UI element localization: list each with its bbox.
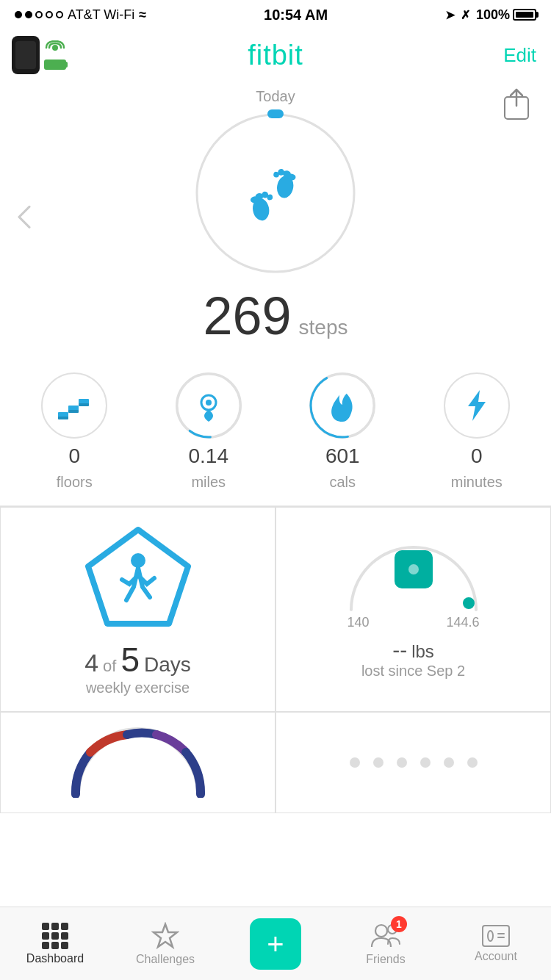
exercise-goal: 5	[120, 640, 140, 680]
progress-indicator	[267, 109, 284, 118]
cals-value: 601	[325, 444, 360, 468]
svg-point-28	[131, 553, 145, 568]
battery-icon	[513, 9, 536, 21]
stat-cals: 601 cals	[309, 372, 375, 491]
weight-box-inner	[395, 550, 433, 588]
account-icon	[482, 925, 510, 947]
weight-gauge	[344, 540, 483, 613]
battery-percent: 100%	[476, 7, 510, 23]
miles-unit: miles	[191, 474, 226, 491]
water-dot	[397, 757, 407, 768]
location-icon: ➤	[445, 8, 455, 22]
stat-miles: 0.14 miles	[176, 372, 242, 491]
stat-minutes: 0 minutes	[444, 372, 510, 491]
water-dot	[467, 757, 478, 768]
steps-unit: steps	[299, 316, 348, 339]
exercise-widget[interactable]: 4 of 5 Days weekly exercise	[0, 507, 276, 712]
weight-max-label: 144.6	[446, 615, 479, 630]
device-info	[12, 36, 66, 74]
stat-floors: 0 floors	[41, 372, 107, 491]
miles-value: 0.14	[189, 444, 229, 468]
challenges-icon	[151, 922, 179, 950]
water-dot	[350, 757, 360, 768]
svg-point-3	[197, 115, 354, 272]
tab-dashboard[interactable]: Dashboard	[0, 923, 110, 965]
miles-arc	[176, 372, 242, 439]
svg-point-20	[177, 374, 240, 437]
water-dot	[420, 757, 431, 768]
tab-add[interactable]: +	[220, 918, 331, 970]
stairs-icon	[58, 392, 90, 419]
dot-4	[46, 11, 53, 18]
tab-challenges-label: Challenges	[136, 953, 195, 966]
cals-circle	[309, 372, 375, 439]
tab-challenges[interactable]: Challenges	[110, 922, 220, 966]
weight-min-label: 140	[347, 615, 370, 630]
minutes-value: 0	[471, 444, 483, 468]
steps-section: Today	[0, 81, 551, 361]
circle-svg	[195, 112, 356, 274]
stats-row: 0 floors 0.14 miles	[0, 361, 551, 506]
steps-count: 269 steps	[203, 286, 347, 346]
floors-circle	[41, 372, 107, 439]
device-screen	[15, 41, 36, 69]
lightning-icon	[462, 389, 491, 422]
cals-unit: cals	[329, 474, 356, 491]
add-button[interactable]: +	[250, 918, 301, 970]
weight-dot	[463, 597, 475, 609]
share-button[interactable]	[504, 88, 529, 123]
cals-arc	[309, 372, 375, 439]
weight-box-dot	[408, 564, 419, 574]
sync-icon	[45, 40, 65, 58]
dashboard-icon	[42, 923, 68, 949]
water-dot	[444, 757, 454, 768]
device-battery	[44, 60, 66, 70]
app-header: fitbit Edit	[0, 29, 551, 81]
svg-rect-18	[68, 410, 79, 413]
weight-box	[395, 550, 433, 588]
sleep-arc-svg	[68, 724, 208, 798]
sleep-widget[interactable]	[0, 712, 276, 813]
weight-widget[interactable]: 140 144.6 -- lbs lost since Sep 2	[276, 507, 551, 712]
exercise-count: 4 of 5 Days	[84, 640, 191, 680]
svg-marker-29	[154, 924, 177, 947]
fitbit-device	[12, 36, 40, 74]
exercise-of: of	[103, 657, 116, 676]
edit-button[interactable]: Edit	[503, 44, 536, 67]
dot-5	[56, 11, 63, 18]
battery-block: 100%	[476, 7, 536, 23]
floors-value: 0	[68, 444, 80, 468]
sleep-arc-container	[68, 724, 208, 798]
bluetooth-icon: ✗	[461, 8, 470, 22]
exercise-current: 4	[84, 649, 98, 677]
prev-day-arrow[interactable]	[18, 205, 31, 231]
status-right: ➤ ✗ 100%	[445, 7, 536, 23]
water-widget[interactable]	[276, 712, 551, 813]
tab-account-label: Account	[475, 950, 517, 963]
weight-range-labels: 140 144.6	[347, 615, 480, 630]
tab-friends-label: Friends	[366, 953, 405, 966]
add-icon: +	[267, 929, 284, 959]
account-lines	[497, 933, 505, 938]
weight-unit: lbs	[411, 641, 434, 662]
water-dots	[335, 743, 492, 782]
carrier-label: AT&T Wi-Fi	[68, 7, 134, 23]
status-left: AT&T Wi-Fi ≈	[15, 7, 146, 23]
steps-number: 269	[203, 286, 291, 346]
date-label: Today	[256, 88, 295, 105]
weight-display: -- lbs	[392, 638, 434, 663]
exercise-label: weekly exercise	[86, 680, 190, 696]
wifi-icon: ≈	[139, 7, 146, 23]
friends-badge-container: 1	[370, 922, 401, 950]
dot-1	[15, 11, 22, 18]
weight-sublabel: lost since Sep 2	[361, 663, 465, 680]
widgets-grid: 4 of 5 Days weekly exercise	[0, 506, 551, 813]
svg-point-30	[375, 925, 387, 937]
tab-friends[interactable]: 1 Friends	[331, 922, 441, 966]
svg-marker-26	[468, 390, 486, 421]
steps-circle-container	[195, 112, 356, 274]
dot-2	[25, 11, 32, 18]
exercise-period: Days	[144, 653, 191, 677]
tab-account[interactable]: Account	[441, 925, 551, 963]
friends-badge: 1	[391, 916, 407, 932]
